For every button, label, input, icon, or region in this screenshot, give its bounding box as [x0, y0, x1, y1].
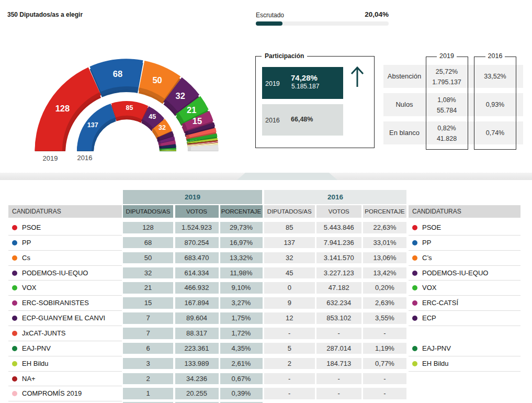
svg-text:137: 137	[87, 121, 98, 129]
svg-text:68: 68	[113, 69, 122, 79]
svg-text:32: 32	[176, 91, 185, 100]
svg-text:128: 128	[55, 104, 70, 113]
svg-text:15: 15	[193, 116, 202, 126]
svg-text:85: 85	[126, 104, 133, 111]
svg-text:45: 45	[149, 113, 156, 120]
svg-text:21: 21	[187, 105, 196, 115]
svg-text:32: 32	[159, 124, 166, 131]
svg-text:50: 50	[152, 75, 162, 85]
